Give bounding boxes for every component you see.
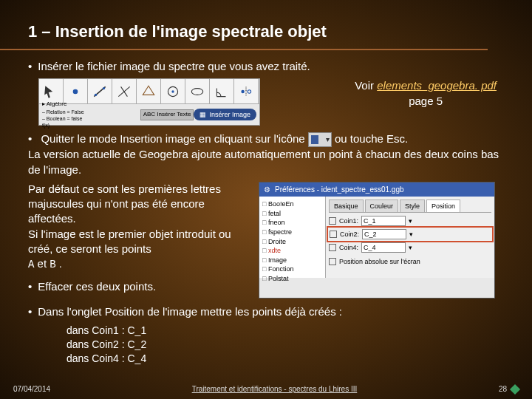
gear-icon: ⚙	[264, 185, 270, 195]
coin4-input[interactable]	[361, 242, 406, 253]
list-item: xdte	[262, 246, 322, 256]
checkbox-icon[interactable]	[330, 231, 337, 238]
prefs-title-text: Préférences - ident_spectre_ess01.ggb	[275, 185, 404, 195]
list-item: Image	[262, 256, 322, 265]
bullet-position-tab: • Dans l'onglet Position de l'image mett…	[28, 304, 504, 319]
bullet-dot: •	[28, 279, 32, 294]
tab-position[interactable]: Position	[426, 200, 460, 212]
image-icon: ▦	[200, 110, 206, 119]
dot: .	[56, 257, 62, 270]
bullet-quit-mode: • Quitter le mode Insertion image en cli…	[28, 132, 504, 177]
diamond-icon	[510, 383, 520, 394]
quit-text-a: Quitter le mode Insertion image en cliqu…	[41, 132, 304, 145]
quit-text-c: La version actuelle de Geogebra ajoute a…	[28, 147, 504, 177]
bullet-insert-file: • Insérer le fichier image du spectre qu…	[28, 59, 504, 74]
tool-circle-icon	[161, 79, 185, 103]
insert-image-label: Insérer Image	[209, 110, 250, 119]
position-instruction: Dans l'onglet Position de l'image mettre…	[38, 304, 342, 319]
svg-marker-6	[143, 86, 154, 95]
abs-pos-label: Position absolue sur l'écran	[339, 257, 420, 266]
slide-content: • Insérer le fichier image du spectre qu…	[0, 59, 532, 366]
svg-point-2	[95, 94, 97, 96]
coin1-input[interactable]	[361, 216, 406, 226]
quit-text-b: ou touche Esc.	[335, 132, 408, 145]
list-item: Boo!eEn	[262, 200, 322, 209]
svg-point-10	[241, 90, 244, 93]
coin4-label: Coin4:	[339, 243, 358, 252]
prefs-body: Boo!eEn fetal fneon fspectre Droite xdte…	[259, 197, 494, 278]
graphic-panel: ABC Insérer Texte ▦ Insérer Image	[91, 109, 259, 120]
reference-note: Voir elements_geogebra. pdf page 5	[355, 78, 504, 109]
ref-prefix: Voir	[355, 79, 377, 92]
algebra-props: – Relation = False – Boolean = false f(x…	[42, 109, 88, 129]
point-b: B	[50, 259, 55, 270]
bullet-delete-points: • Effacer ces deux points.	[28, 279, 250, 294]
tool-transform-icon	[234, 79, 259, 103]
footer-title: Traitement et identifications - spectres…	[50, 385, 499, 393]
bullet-dot: •	[28, 59, 32, 74]
tool-polygon-icon	[137, 79, 161, 103]
list-item: fneon	[262, 218, 322, 228]
list-item: Polstat	[262, 274, 322, 284]
footer-date: 07/04/2014	[13, 385, 50, 393]
chevron-down-icon[interactable]: ▾	[409, 216, 412, 225]
bullet-text: Insérer le fichier image du spectre que …	[38, 59, 310, 74]
checkbox-icon[interactable]	[329, 217, 336, 225]
prefs-right-pane: Basique Couleur Style Position Coin1: ▾ …	[326, 197, 494, 278]
svg-point-8	[171, 90, 174, 92]
two-column-section: Par défaut ce sont les premières lettres…	[28, 182, 504, 299]
prefs-titlebar: ⚙ Préférences - ident_spectre_ess01.ggb	[259, 183, 494, 197]
page-number: 28	[499, 385, 507, 393]
algebra-panel-label: ▸ Algèbre – Relation = False – Boolean =…	[39, 99, 91, 131]
checkbox-icon[interactable]	[329, 244, 336, 251]
bullet-dot: •	[28, 132, 32, 145]
tab-basic[interactable]: Basique	[329, 200, 364, 212]
list-item: fetal	[262, 209, 322, 219]
and-text: et	[34, 257, 50, 270]
coin1-label: Coin1:	[339, 216, 358, 225]
preferences-window-mock: ⚙ Préférences - ident_spectre_ess01.ggb …	[259, 182, 495, 299]
footer-page: 28	[499, 385, 519, 393]
tool-conic-icon	[185, 79, 210, 103]
default-letters-text: Par défaut ce sont les premières lettres…	[28, 182, 250, 256]
delete-points-text: Effacer ces deux points.	[38, 279, 156, 294]
tool-angle-icon	[210, 79, 234, 103]
tool-line-icon	[88, 79, 112, 103]
coin4-row: Coin4: ▾	[329, 242, 491, 253]
tool-perp-icon	[112, 79, 137, 103]
svg-point-0	[73, 89, 78, 94]
toolbar-bottom: ▸ Algèbre – Relation = False – Boolean =…	[39, 104, 259, 125]
list-item: Droite	[262, 237, 322, 247]
coin2-input[interactable]	[362, 229, 406, 239]
tab-style[interactable]: Style	[400, 200, 425, 212]
object-list-items: Boo!eEn fetal fneon fspectre Droite xdte…	[262, 200, 322, 283]
chevron-down-icon[interactable]: ▾	[409, 243, 412, 252]
svg-point-11	[248, 90, 250, 93]
coin1-row: Coin1: ▾	[329, 216, 491, 226]
checkbox-icon[interactable]	[329, 258, 336, 265]
chevron-down-icon[interactable]: ▾	[409, 230, 413, 239]
coin2-row: Coin2: ▾	[329, 228, 491, 240]
toolbar-illustration-row: ▸ Algèbre – Relation = False – Boolean =…	[38, 78, 504, 126]
svg-line-5	[121, 86, 128, 96]
coin2-label: Coin2:	[340, 230, 359, 239]
list-item: Fonction	[262, 265, 322, 274]
insert-image-tooltip: ▦ Insérer Image	[194, 109, 256, 120]
slide-title: 1 – Insertion de l'image spectrale objet	[0, 0, 488, 50]
object-list: Boo!eEn fetal fneon fspectre Droite xdte…	[259, 197, 326, 278]
tab-color[interactable]: Couleur	[365, 200, 399, 212]
bullet-dot: •	[28, 304, 32, 319]
ref-page: page 5	[409, 95, 443, 107]
coin-mapping-3: dans Coin4 : C_4	[66, 352, 504, 366]
left-paragraph: Par défaut ce sont les premières lettres…	[28, 182, 250, 299]
slide-footer: 07/04/2014 Traitement et identifications…	[0, 385, 532, 393]
insert-text-label: ABC Insérer Texte	[140, 109, 194, 120]
geogebra-toolbar-mock: ▸ Algèbre – Relation = False – Boolean =…	[38, 78, 260, 126]
insert-image-tool-icon	[308, 132, 332, 147]
ref-link: elements_geogebra. pdf	[377, 79, 497, 92]
abs-pos-row: Position absolue sur l'écran	[329, 257, 491, 266]
coin-mapping-2: dans Coin2 : C_2	[66, 338, 504, 352]
coin-mapping-1: dans Coin1 : C_1	[66, 324, 504, 338]
list-item: fspectre	[262, 228, 322, 237]
algebra-heading: ▸ Algèbre	[42, 100, 88, 109]
